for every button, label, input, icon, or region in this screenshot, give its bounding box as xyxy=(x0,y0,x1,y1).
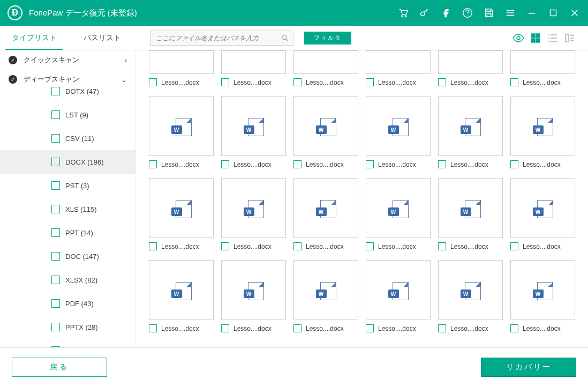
file-card[interactable]: WLesso....docx xyxy=(221,260,286,339)
checkbox[interactable] xyxy=(51,299,60,308)
file-card[interactable]: Lesso....docx xyxy=(293,50,358,93)
file-card[interactable]: WLesso....docx xyxy=(221,96,286,175)
checkbox[interactable] xyxy=(51,346,60,347)
checkbox[interactable] xyxy=(149,160,157,168)
checkbox[interactable] xyxy=(221,324,229,332)
search-input[interactable] xyxy=(150,31,293,46)
checkbox[interactable] xyxy=(51,134,60,143)
file-name: Lesso....docx xyxy=(161,161,199,168)
checkbox[interactable] xyxy=(221,78,229,86)
menu-icon[interactable] xyxy=(504,7,516,19)
back-button[interactable]: 戻る xyxy=(12,358,107,377)
tab-type-list[interactable]: タイプリスト xyxy=(0,26,68,50)
search-icon[interactable] xyxy=(281,34,289,42)
tab-path-list[interactable]: パスリスト xyxy=(68,26,136,50)
recover-button[interactable]: リカバリー xyxy=(481,358,576,377)
file-card[interactable]: Lesso....docx xyxy=(366,50,431,93)
word-doc-icon: W xyxy=(388,280,409,300)
checkbox[interactable] xyxy=(438,78,446,86)
checkbox[interactable] xyxy=(51,252,60,261)
checkbox[interactable] xyxy=(510,324,518,332)
sidebar-type-item[interactable]: PPTX (28) xyxy=(0,315,135,339)
checkbox[interactable] xyxy=(51,87,60,95)
maximize-icon[interactable] xyxy=(547,7,559,19)
checkbox[interactable] xyxy=(366,78,374,86)
checkbox[interactable] xyxy=(366,324,374,332)
file-card[interactable]: WLesso....docx xyxy=(366,178,431,257)
file-card[interactable]: WLesso....docx xyxy=(366,260,431,339)
file-card[interactable]: Lesso....docx xyxy=(221,50,286,93)
checkbox[interactable] xyxy=(438,324,446,332)
checkbox[interactable] xyxy=(366,242,374,250)
file-card[interactable]: WLesso....docx xyxy=(293,178,358,257)
file-thumbnail: W xyxy=(438,260,503,320)
file-card[interactable]: Lesso....docx xyxy=(149,50,214,93)
help-icon[interactable] xyxy=(462,7,473,19)
checkbox[interactable] xyxy=(149,242,157,250)
preview-icon[interactable] xyxy=(512,33,525,43)
file-card[interactable]: Lesso....docx xyxy=(510,50,575,93)
app-logo: Ð xyxy=(7,5,22,20)
filter-button[interactable]: フィルタ xyxy=(304,32,351,44)
list-view-icon[interactable] xyxy=(546,33,559,43)
sidebar-type-item[interactable]: LST (9) xyxy=(0,103,135,127)
checkbox[interactable] xyxy=(510,78,518,86)
checkbox[interactable] xyxy=(221,242,229,250)
sidebar-type-item[interactable]: DOCX (196) xyxy=(0,150,135,174)
file-card[interactable]: WLesso....docx xyxy=(221,178,286,257)
checkbox[interactable] xyxy=(149,78,157,86)
checkbox[interactable] xyxy=(51,205,60,213)
file-card[interactable]: WLesso....docx xyxy=(149,178,214,257)
minimize-icon[interactable] xyxy=(526,7,538,19)
file-thumbnail: W xyxy=(221,260,286,320)
file-card[interactable]: WLesso....docx xyxy=(366,96,431,175)
file-card[interactable]: WLesso....docx xyxy=(293,96,358,175)
sidebar-type-item[interactable]: XLSX (82) xyxy=(0,268,135,292)
file-card[interactable]: WLesso....docx xyxy=(149,96,214,175)
sidebar-type-item[interactable]: PST (3) xyxy=(0,174,135,197)
checkbox[interactable] xyxy=(510,160,518,168)
file-card[interactable]: WLesso....docx xyxy=(438,260,503,339)
sidebar-type-item[interactable]: PDF (43) xyxy=(0,292,135,315)
quick-scan-group[interactable]: ✓ クイックスキャン › xyxy=(0,50,135,70)
checkbox[interactable] xyxy=(51,181,60,190)
file-card[interactable]: WLesso....docx xyxy=(510,96,575,175)
sidebar-type-item[interactable]: WPS (1) xyxy=(0,339,135,347)
sidebar-type-item[interactable]: XLS (115) xyxy=(0,197,135,221)
type-label: WPS (1) xyxy=(65,347,92,348)
checkbox[interactable] xyxy=(221,160,229,168)
sidebar-type-item[interactable]: CSV (11) xyxy=(0,127,135,150)
checkbox[interactable] xyxy=(293,242,301,250)
close-icon[interactable] xyxy=(569,7,581,19)
checkbox[interactable] xyxy=(438,160,446,168)
file-card[interactable]: Lesso....docx xyxy=(438,50,503,93)
key-icon[interactable] xyxy=(419,7,431,19)
sidebar-type-item[interactable]: DOC (147) xyxy=(0,244,135,268)
file-card[interactable]: WLesso....docx xyxy=(438,96,503,175)
checkbox[interactable] xyxy=(438,242,446,250)
checkbox[interactable] xyxy=(51,276,60,284)
file-card[interactable]: WLesso....docx xyxy=(149,260,214,339)
save-icon[interactable] xyxy=(483,7,495,19)
sidebar: ✓ クイックスキャン › ✓ ディープスキャン ⌄ DOTX (47)LST (… xyxy=(0,50,136,347)
checkbox[interactable] xyxy=(51,110,60,119)
checkbox[interactable] xyxy=(51,228,60,237)
file-card[interactable]: WLesso....docx xyxy=(293,260,358,339)
checkbox[interactable] xyxy=(293,324,301,332)
file-card[interactable]: WLesso....docx xyxy=(510,260,575,339)
sidebar-type-item[interactable]: PPT (14) xyxy=(0,221,135,244)
checkbox[interactable] xyxy=(366,160,374,168)
word-doc-icon: W xyxy=(171,116,192,136)
file-card[interactable]: WLesso....docx xyxy=(438,178,503,257)
checkbox[interactable] xyxy=(293,78,301,86)
file-card[interactable]: WLesso....docx xyxy=(510,178,575,257)
checkbox[interactable] xyxy=(149,324,157,332)
checkbox[interactable] xyxy=(51,158,60,166)
facebook-icon[interactable] xyxy=(440,7,452,19)
detail-view-icon[interactable] xyxy=(563,33,576,43)
checkbox[interactable] xyxy=(293,160,301,168)
checkbox[interactable] xyxy=(51,323,60,331)
cart-icon[interactable] xyxy=(397,7,409,19)
grid-view-icon[interactable] xyxy=(529,33,542,43)
checkbox[interactable] xyxy=(510,242,518,250)
